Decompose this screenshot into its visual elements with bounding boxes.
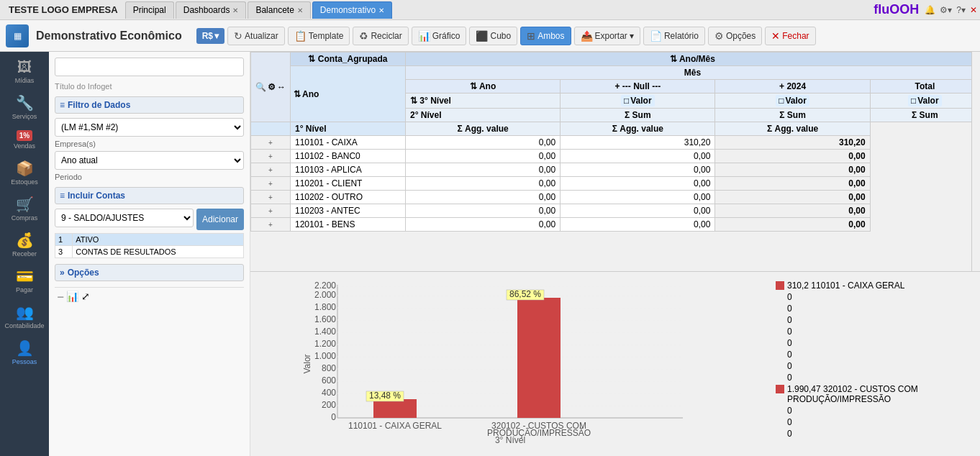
pivot-icon-1[interactable]: 🔍 bbox=[255, 82, 266, 92]
svg-text:2.200: 2.200 bbox=[314, 281, 336, 291]
gear-icon[interactable]: ⚙▾ bbox=[940, 5, 952, 15]
bar-2[interactable] bbox=[517, 298, 561, 418]
row-expand-2[interactable]: + bbox=[251, 163, 291, 177]
legend-item-0i: 0 bbox=[776, 406, 971, 416]
exportar-button[interactable]: 📤 Exportar ▾ bbox=[574, 27, 640, 45]
row-expand-6[interactable]: + bbox=[251, 218, 291, 232]
tab-balancete-close[interactable]: ✕ bbox=[297, 6, 303, 14]
chart-bottom-icon[interactable]: 📊 bbox=[66, 291, 78, 302]
help-icon[interactable]: ?▾ bbox=[956, 5, 966, 15]
table-row[interactable]: + 120101 - BENS 0,00 0,00 0,00 bbox=[251, 218, 980, 232]
sort-icon: ⇅ bbox=[308, 54, 315, 64]
currency-button[interactable]: R$ ▾ bbox=[196, 28, 224, 44]
filter-bottom-icon[interactable]: ⏤ bbox=[58, 291, 63, 302]
row-val3-1: 0,00 bbox=[715, 150, 870, 163]
scrollbar-right[interactable] bbox=[971, 52, 980, 271]
receber-icon: 💰 bbox=[16, 232, 34, 249]
nivel2-header: 2° Nível bbox=[406, 109, 561, 122]
null-expand-icon[interactable]: + bbox=[614, 81, 620, 91]
row-expand-4[interactable]: + bbox=[251, 191, 291, 204]
tab-demonstrativo[interactable]: Demonstrativo ✕ bbox=[312, 1, 392, 19]
year-expand-icon[interactable]: + bbox=[779, 81, 784, 91]
svg-text:86,52 %: 86,52 % bbox=[509, 289, 541, 299]
table-row[interactable]: + 110201 - CLIENT 0,00 0,00 0,00 bbox=[251, 177, 980, 191]
sidebar-item-midias[interactable]: 🖼 Mídias bbox=[3, 55, 46, 88]
row-expand-0[interactable]: + bbox=[251, 136, 291, 150]
empresa-select[interactable]: (LM #1,SM #2) bbox=[55, 118, 244, 137]
bell-icon[interactable]: 🔔 bbox=[925, 5, 935, 15]
sidebar-item-pessoas[interactable]: 👤 Pessoas bbox=[3, 335, 46, 370]
sidebar-item-receber[interactable]: 💰 Receber bbox=[3, 227, 46, 262]
include-row: 9 - SALDO/AJUSTES Adicionar bbox=[55, 209, 244, 230]
vendas-label: Vendas bbox=[14, 142, 35, 150]
row-conta-2: 110103 - APLICA bbox=[291, 163, 406, 177]
row-expand-1[interactable]: + bbox=[251, 150, 291, 163]
tab-demonstrativo-label: Demonstrativo bbox=[320, 5, 376, 15]
svg-text:2.000: 2.000 bbox=[314, 290, 336, 300]
nivel-sort-icon: ⇅ bbox=[294, 89, 301, 99]
bottom-icons: ⏤ 📊 ⤢ bbox=[55, 287, 244, 305]
table-row[interactable]: + 110102 - BANC0 0,00 0,00 0,00 bbox=[251, 150, 980, 163]
ambos-button[interactable]: ⊞ Ambos bbox=[520, 27, 571, 45]
grafico-icon: 📊 bbox=[418, 30, 430, 42]
opcoes-button[interactable]: ⚙ Opções bbox=[708, 27, 762, 45]
search-input[interactable] bbox=[55, 58, 244, 76]
table-row[interactable]: 3 CONTAS DE RESULTADOS bbox=[55, 246, 244, 258]
template-button[interactable]: 📋 Template bbox=[288, 27, 350, 45]
tab-dashboards[interactable]: Dashboards ✕ bbox=[176, 1, 247, 19]
row-icons-header: 🔍 ⚙ ↔ bbox=[251, 53, 291, 122]
svg-text:1.200: 1.200 bbox=[314, 339, 336, 349]
fechar-button[interactable]: ✕ Fechar bbox=[765, 27, 815, 45]
sidebar-item-servicos[interactable]: 🔧 Serviços bbox=[3, 90, 46, 124]
toolbar-logo-icon: ▦ bbox=[14, 31, 22, 41]
midias-icon: 🖼 bbox=[17, 59, 32, 76]
account-name-1: ATIVO bbox=[73, 234, 244, 246]
relatorio-button[interactable]: 📄 Relatório bbox=[643, 27, 705, 45]
table-row[interactable]: + 110203 - ANTEC 0,00 0,00 0,00 bbox=[251, 204, 980, 218]
row-val1-5: 0,00 bbox=[406, 204, 561, 218]
sidebar-item-vendas[interactable]: 1% Vendas bbox=[3, 126, 46, 154]
sidebar-item-estoques[interactable]: 📦 Estoques bbox=[3, 155, 46, 190]
tab-demonstrativo-close[interactable]: ✕ bbox=[378, 6, 384, 14]
account-select[interactable]: 9 - SALDO/AJUSTES bbox=[55, 209, 194, 227]
fechar-icon: ✕ bbox=[771, 30, 780, 42]
pivot-icon-3[interactable]: ↔ bbox=[277, 82, 286, 92]
cubo-button[interactable]: ⬛ Cubo bbox=[469, 27, 517, 45]
window-close-icon[interactable]: ✕ bbox=[970, 5, 977, 15]
compras-icon: 🛒 bbox=[16, 196, 34, 213]
bar-chart: Valor 0 200 400 600 800 1.000 bbox=[256, 278, 764, 443]
opcoes-section-header[interactable]: » Opções bbox=[55, 264, 244, 281]
svg-text:110101 - CAIXA GERAL: 110101 - CAIXA GERAL bbox=[348, 421, 442, 431]
table-row[interactable]: + 110101 - CAIXA 0,00 310,20 310,20 bbox=[251, 136, 980, 150]
sidebar-item-pagar[interactable]: 💳 Pagar bbox=[3, 263, 46, 298]
atualizar-button[interactable]: ↻ Atualizar bbox=[227, 27, 285, 45]
row-val2-1: 0,00 bbox=[561, 150, 715, 163]
valor-null-icon: □ bbox=[624, 96, 629, 106]
table-row[interactable]: 1 ATIVO bbox=[55, 234, 244, 246]
row-expand-3[interactable]: + bbox=[251, 177, 291, 191]
sidebar-item-compras[interactable]: 🛒 Compras bbox=[3, 191, 46, 226]
row-val2-0: 310,20 bbox=[561, 136, 715, 150]
table-row[interactable]: + 110202 - OUTRO 0,00 0,00 0,00 bbox=[251, 191, 980, 204]
bar-1[interactable] bbox=[373, 399, 417, 418]
add-button[interactable]: Adicionar bbox=[196, 209, 244, 230]
nivel-header: ⇅ Ano bbox=[291, 66, 406, 122]
nivel3-expand[interactable]: ⇅ bbox=[410, 96, 417, 106]
valor-total-icon: □ bbox=[911, 96, 916, 106]
sidebar-item-contabilidade[interactable]: 👥 Contabilidade bbox=[3, 299, 46, 334]
pessoas-icon: 👤 bbox=[16, 339, 34, 357]
tab-principal[interactable]: Principal bbox=[125, 1, 174, 19]
row-expand-5[interactable]: + bbox=[251, 204, 291, 218]
anomês-sort-icon: ⇅ bbox=[670, 54, 677, 64]
ano-expand-icon[interactable]: ⇅ bbox=[470, 81, 477, 91]
grafico-button[interactable]: 📊 Gráfico bbox=[412, 27, 467, 45]
pivot-icon-2[interactable]: ⚙ bbox=[268, 82, 276, 92]
tab-balancete[interactable]: Balancete ✕ bbox=[248, 1, 310, 19]
reciclar-button[interactable]: ♻ Reciclar bbox=[353, 27, 408, 45]
expand-bottom-icon[interactable]: ⤢ bbox=[81, 291, 90, 302]
legend-color-2 bbox=[776, 385, 784, 393]
table-row[interactable]: + 110103 - APLICA 0,00 0,00 0,00 bbox=[251, 163, 980, 177]
tab-dashboards-close[interactable]: ✕ bbox=[232, 6, 238, 14]
periodo-select[interactable]: Ano atual bbox=[55, 151, 244, 170]
row-val3-4: 0,00 bbox=[715, 191, 870, 204]
